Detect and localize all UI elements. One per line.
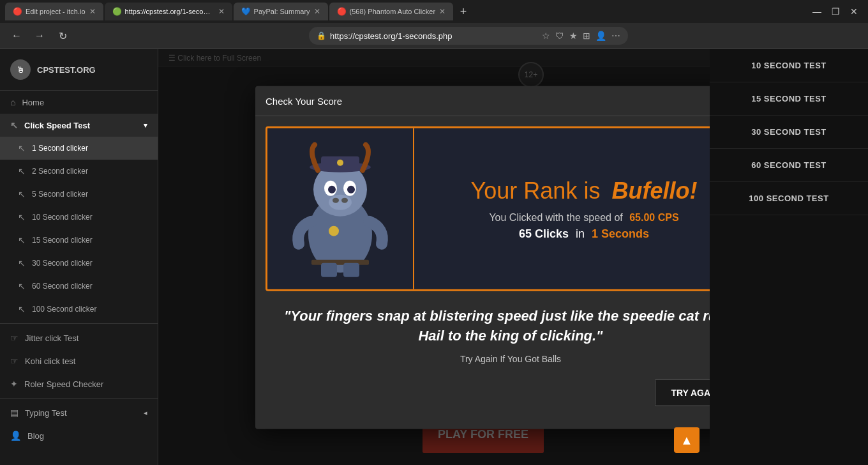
minimize-button[interactable]: —: [812, 6, 821, 17]
url-text: https://cpstest.org/1-seconds.php: [330, 31, 453, 41]
sidebar-item-5second[interactable]: ↖ 5 Second clicker: [0, 183, 158, 206]
sidebar-item-jitter[interactable]: ☞ Jitter click Test: [0, 326, 158, 349]
sidebar-item-10second[interactable]: ↖ 10 Second clicker: [0, 206, 158, 229]
right-sidebar-item-15sec[interactable]: 15 SECOND TEST: [710, 82, 868, 116]
sidebar-item-1second[interactable]: ↖ 1 Second clicker: [0, 137, 158, 160]
sidebar-item-2second[interactable]: ↖ 2 Second clicker: [0, 160, 158, 183]
rank-text: Your Rank is Bufello!: [471, 177, 698, 204]
tab2-favicon: 🟢: [112, 7, 121, 16]
character-image: [283, 139, 398, 279]
right-sidebar-item-10sec[interactable]: 10 SECOND TEST: [710, 49, 868, 82]
sync-devices-icon[interactable]: ⊞: [583, 31, 590, 41]
score-card-info: Your Rank is Bufello! You Clicked with t…: [414, 128, 710, 289]
sidebar-item-typing[interactable]: ▤ Typing Test ◂: [0, 401, 158, 424]
tab3-close[interactable]: ✕: [314, 7, 320, 16]
sidebar-item-60second[interactable]: ↖ 60 Second clicker: [0, 275, 158, 298]
sidebar-100second-label: 100 Second clicker: [32, 305, 96, 314]
tab4-close[interactable]: ✕: [439, 7, 445, 16]
tab4-favicon: 🔴: [337, 7, 346, 16]
try-again-section: TRY AGAIN ↺: [266, 371, 710, 418]
sidebar-item-blog[interactable]: 👤 Blog: [0, 424, 158, 447]
browser-chrome: 🔴 Edit project - itch.io ✕ 🟢 https://cps…: [0, 0, 868, 49]
dialog-header: Check Your Score ✕: [255, 86, 710, 116]
tab-paypal[interactable]: 💙 PayPal: Summary ✕: [234, 3, 328, 20]
sidebar-logo: 🖱: [10, 59, 31, 80]
right-sidebar: 10 SECOND TEST 15 SECOND TEST 30 SECOND …: [710, 49, 868, 465]
sidebar-item-15second[interactable]: ↖ 15 Second clicker: [0, 229, 158, 252]
url-bar[interactable]: 🔒 https://cpstest.org/1-seconds.php ☆ 🛡 …: [309, 27, 628, 45]
tab1-favicon: 🔴: [13, 7, 22, 16]
home-icon: ⌂: [10, 97, 15, 107]
cursor-15s-icon: ↖: [18, 235, 26, 245]
typing-arrow-icon: ◂: [144, 409, 147, 417]
sidebar-jitter-label: Jitter click Test: [25, 333, 79, 343]
scroll-to-top-button[interactable]: ▲: [674, 427, 700, 453]
try-again-button[interactable]: TRY AGAIN ↺: [655, 379, 710, 406]
tab3-favicon: 💙: [241, 7, 250, 16]
sidebar-item-home[interactable]: ⌂ Home: [0, 91, 158, 114]
refresh-button[interactable]: ↻: [54, 27, 71, 45]
svg-point-4: [337, 160, 343, 166]
kohi-icon: ☞: [10, 356, 19, 366]
score-card: Your Rank is Bufello! You Clicked with t…: [266, 126, 710, 291]
clicks-value: 65 Clicks: [519, 227, 569, 240]
window-controls: — ❐ ✕: [812, 6, 863, 17]
cursor-2s-icon: ↖: [18, 166, 26, 176]
tab-edit-project[interactable]: 🔴 Edit project - itch.io ✕: [5, 3, 103, 20]
svg-rect-13: [311, 260, 369, 265]
svg-point-10: [333, 198, 339, 203]
sidebar: 🖱 CPSTEST.ORG ⌂ Home ↖ Click Speed Test …: [0, 49, 158, 465]
right-sidebar-item-60sec[interactable]: 60 SECOND TEST: [710, 149, 868, 182]
sidebar-item-roler[interactable]: ✦ Roler Speed Checker: [0, 372, 158, 395]
forward-button[interactable]: →: [31, 27, 49, 45]
sidebar-home-label: Home: [22, 98, 44, 107]
tab2-close[interactable]: ✕: [218, 7, 225, 16]
svg-point-12: [329, 226, 339, 236]
sidebar-header: 🖱 CPSTEST.ORG: [0, 49, 158, 91]
svg-rect-14: [321, 263, 337, 277]
cursor-60s-icon: ↖: [18, 281, 26, 291]
more-options-icon[interactable]: ⋯: [611, 31, 620, 41]
sidebar-item-100second[interactable]: ↖ 100 Second clicker: [0, 298, 158, 321]
star-icon[interactable]: ★: [569, 31, 578, 41]
tab1-title: Edit project - itch.io: [26, 8, 86, 15]
profile-icon[interactable]: 👤: [595, 31, 606, 41]
dialog-title: Check Your Score: [266, 95, 342, 106]
cursor-30s-icon: ↖: [18, 258, 26, 268]
cursor-10s-icon: ↖: [18, 212, 26, 222]
bookmark-star-icon[interactable]: ☆: [542, 31, 550, 41]
tab-cpstest[interactable]: 🟢 https://cpstest.org/1-seconds.ph ✕: [105, 3, 232, 20]
lock-icon: 🔒: [317, 31, 326, 40]
sidebar-item-30second[interactable]: ↖ 30 Second clicker: [0, 252, 158, 275]
sidebar-kohi-label: Kohi click test: [25, 356, 75, 366]
right-sidebar-item-30sec[interactable]: 30 SECOND TEST: [710, 116, 868, 149]
quote-section: "Your fingers snap at blistering speed j…: [266, 291, 710, 372]
svg-point-11: [341, 198, 348, 203]
maximize-button[interactable]: ❐: [832, 6, 840, 17]
tab3-title: PayPal: Summary: [254, 8, 310, 15]
right-sidebar-item-100sec[interactable]: 100 SECOND TEST: [710, 182, 868, 215]
clicks-suffix: in: [576, 227, 585, 240]
sidebar-1second-label: 1 Second clicker: [32, 144, 88, 153]
clicks-text: 65 Clicks in 1 Seconds: [519, 227, 649, 240]
roler-icon: ✦: [10, 379, 18, 389]
cursor-icon: ↖: [10, 120, 18, 130]
sidebar-item-click-speed-test[interactable]: ↖ Click Speed Test ▾: [0, 114, 158, 137]
quote-text: "Your fingers snap at blistering speed j…: [276, 307, 710, 346]
sidebar-10second-label: 10 Second clicker: [32, 213, 93, 222]
rank-name: Bufello!: [611, 177, 697, 203]
cursor-5s-icon: ↖: [18, 189, 26, 199]
back-button[interactable]: ←: [8, 27, 26, 45]
sidebar-item-kohi[interactable]: ☞ Kohi click test: [0, 349, 158, 372]
sidebar-2second-label: 2 Second clicker: [32, 167, 88, 176]
close-button[interactable]: ✕: [850, 6, 858, 17]
cps-text: You Clicked with the speed of 65.00 CPS: [489, 211, 678, 223]
bufello-character-svg: [283, 139, 398, 279]
main-content: ☰ Click here to Full Screen Check Your S…: [158, 49, 710, 465]
sidebar-typing-label: Typing Test: [25, 408, 67, 418]
dialog-body: Your Rank is Bufello! You Clicked with t…: [255, 116, 710, 429]
tab1-close[interactable]: ✕: [89, 7, 96, 16]
tab-youtube[interactable]: 🔴 (568) Phantom Auto Clicker ✕: [329, 3, 454, 20]
new-tab-button[interactable]: +: [454, 3, 472, 20]
cursor-1s-icon: ↖: [18, 143, 26, 153]
